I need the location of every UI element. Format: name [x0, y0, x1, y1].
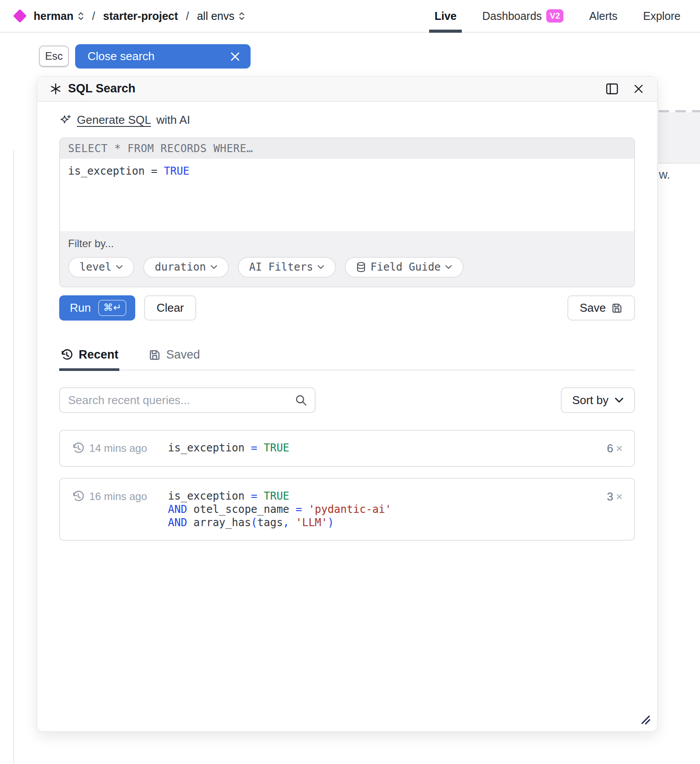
sql-token: is_exception — [168, 442, 251, 454]
run-button[interactable]: Run ⌘↵ — [59, 295, 135, 321]
search-icon — [294, 393, 308, 409]
logfire-logo-icon[interactable] — [13, 9, 27, 23]
esc-key-hint: Esc — [39, 46, 69, 67]
generate-sql-with-ai[interactable]: Generate SQL with AI — [59, 113, 635, 127]
query-run-count: 6× — [607, 441, 623, 455]
sql-token: TRUE — [164, 165, 190, 177]
sql-token: = — [296, 503, 308, 516]
filter-by-label: Filter by... — [68, 237, 626, 250]
search-recent-queries-input[interactable] — [59, 387, 316, 413]
sql-editor-placeholder: SELECT * FROM RECORDS WHERE… — [60, 138, 634, 159]
filter-chip-ai-filters[interactable]: AI Filters — [238, 257, 336, 278]
modal-close-button[interactable] — [632, 82, 646, 96]
nav-item-live[interactable]: Live — [434, 0, 457, 32]
filter-section: Filter by... leveldurationAI FiltersFiel… — [60, 231, 634, 286]
close-x-icon — [230, 52, 240, 61]
recent-search-row: Sort by — [59, 387, 635, 413]
tab-label: Saved — [166, 348, 200, 362]
run-label: Run — [70, 301, 91, 315]
floppy-icon — [611, 302, 623, 314]
save-label: Save — [580, 301, 606, 315]
org-selector[interactable]: herman — [34, 10, 84, 23]
sql-search-modal: SQL Search Generate SQL — [37, 76, 658, 732]
modal-header[interactable]: SQL Search — [37, 76, 657, 102]
panel-layout-icon — [606, 83, 618, 95]
chevron-updown-icon — [78, 12, 84, 20]
recent-query-row[interactable]: 16 mins agois_exception = TRUEAND otel_s… — [59, 478, 635, 541]
query-sql-line: AND array_has(tags, 'LLM') — [168, 516, 607, 529]
sql-editor: SELECT * FROM RECORDS WHERE… is_exceptio… — [59, 138, 635, 287]
save-button[interactable]: Save — [567, 295, 635, 321]
query-meta: 16 mins ago — [72, 489, 168, 503]
recent-query-row[interactable]: 14 mins agois_exception = TRUE6× — [59, 430, 635, 467]
clear-button[interactable]: Clear — [144, 295, 196, 321]
breadcrumb-separator: / — [184, 10, 191, 23]
generate-sql-suffix: with AI — [156, 113, 190, 127]
query-sql: is_exception = TRUE — [168, 441, 607, 455]
filter-chip-field-guide[interactable]: Field Guide — [345, 257, 464, 278]
filter-chip-level[interactable]: level — [68, 257, 134, 278]
close-search-button[interactable]: Close search — [75, 44, 251, 69]
recent-query-list: 14 mins agois_exception = TRUE6×16 mins … — [59, 430, 635, 541]
sql-token: , — [283, 516, 296, 529]
breadcrumb: herman / starter-project / all envs — [0, 10, 245, 23]
query-run-count-number: 6 — [607, 442, 613, 455]
filter-chip-label: Field Guide — [370, 261, 441, 273]
sql-token: = — [251, 442, 264, 454]
close-search-label: Close search — [88, 50, 155, 63]
sql-token: = — [151, 165, 164, 177]
chevron-down-icon — [116, 265, 123, 269]
nav-item-label: Explore — [643, 10, 681, 23]
v2-badge: V2 — [546, 9, 563, 23]
sql-token: 'LLM' — [296, 516, 327, 529]
sql-token: ) — [327, 516, 334, 529]
tab-recent[interactable]: Recent — [59, 348, 119, 370]
chevron-down-icon — [445, 265, 452, 269]
chevron-down-icon — [317, 265, 324, 269]
close-icon — [633, 84, 644, 94]
tab-saved[interactable]: Saved — [148, 348, 201, 370]
sql-token: TRUE — [264, 490, 289, 502]
dock-panel-button[interactable] — [604, 81, 620, 96]
query-sql-line: is_exception = TRUE — [168, 489, 607, 503]
nav-item-label: Dashboards — [482, 10, 542, 23]
query-run-count-number: 3 — [607, 490, 613, 503]
action-row: Run ⌘↵ Clear Save — [59, 295, 635, 321]
sql-token: is_exception — [68, 165, 151, 177]
resize-handle[interactable] — [638, 712, 651, 727]
background-toolbar-strip — [658, 112, 700, 164]
sql-token: tags — [257, 516, 283, 529]
recent-saved-tabs: RecentSaved — [59, 348, 635, 371]
sql-token: is_exception — [168, 490, 251, 502]
sql-editor-input[interactable]: is_exception = TRUE — [60, 159, 634, 231]
times-glyph: × — [616, 490, 623, 503]
nav-item-alerts[interactable]: Alerts — [589, 0, 617, 32]
main-nav: LiveDashboardsV2AlertsExplore — [434, 0, 700, 32]
background-card-border — [13, 150, 14, 764]
nav-item-label: Live — [434, 10, 457, 23]
sql-token: AND — [168, 516, 194, 529]
generate-sql-link[interactable]: Generate SQL — [77, 113, 151, 127]
query-meta: 14 mins ago — [72, 441, 168, 455]
env-selector[interactable]: all envs — [197, 10, 245, 23]
sort-by-label: Sort by — [572, 393, 609, 407]
sort-by-button[interactable]: Sort by — [561, 387, 635, 413]
sql-token: AND — [168, 503, 194, 516]
filter-chip-label: level — [80, 261, 111, 273]
floppy-icon — [148, 349, 161, 361]
project-name: starter-project — [103, 10, 178, 23]
modal-title: SQL Search — [68, 82, 136, 96]
chevron-down-icon — [210, 265, 217, 269]
chevron-updown-icon — [239, 12, 245, 20]
org-name: herman — [34, 10, 73, 23]
asterisk-icon — [49, 83, 62, 95]
query-timestamp: 16 mins ago — [89, 490, 147, 503]
background-truncated-text: w. — [659, 168, 670, 182]
run-shortcut-hint: ⌘↵ — [98, 300, 126, 316]
nav-item-explore[interactable]: Explore — [643, 0, 681, 32]
filter-chip-label: duration — [155, 261, 206, 273]
nav-item-dashboards[interactable]: DashboardsV2 — [482, 0, 563, 32]
project-selector[interactable]: starter-project — [103, 10, 178, 23]
filter-chip-duration[interactable]: duration — [143, 257, 229, 278]
query-sql-line: is_exception = TRUE — [168, 441, 607, 455]
